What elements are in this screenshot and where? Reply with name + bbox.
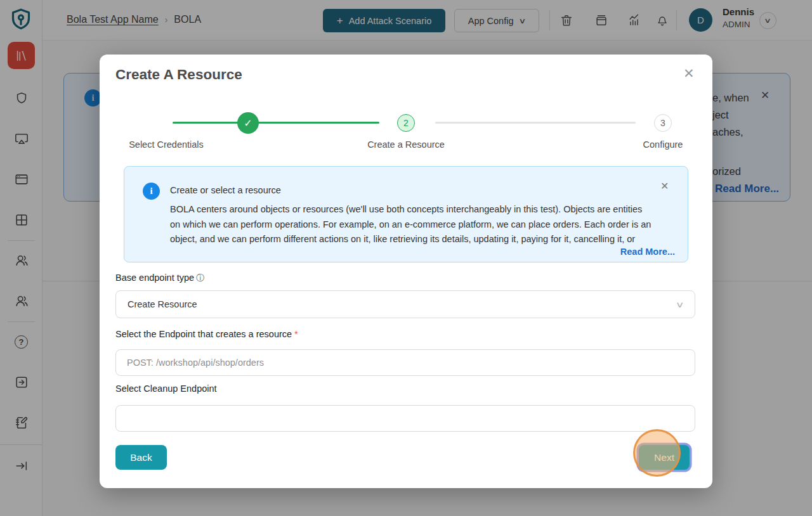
modal-title: Create A Resource	[115, 67, 242, 83]
create-endpoint-label: Select the Endpoint that creates a resou…	[115, 329, 298, 339]
selected-value: Create Resource	[128, 299, 677, 309]
create-resource-modal: Create A Resource ✕ ✓ 2 3 Select Credent…	[100, 55, 712, 488]
create-endpoint-input[interactable]	[115, 349, 695, 376]
modal-info-box: i Create or select a resource ✕ BOLA cen…	[124, 166, 688, 262]
app-screen: ? Bola Test App Name › BOLA + Add Attack…	[0, 0, 812, 516]
info-icon[interactable]: ⓘ	[196, 273, 204, 283]
step-2-circle: 2	[397, 114, 415, 132]
info-box-body: BOLA centers around objects or resources…	[170, 202, 655, 247]
step-3-circle: 3	[654, 114, 672, 132]
stepper-connector-complete	[173, 122, 379, 124]
stepper-connector-upcoming	[435, 122, 636, 124]
step-3-label: Configure	[599, 139, 726, 150]
cleanup-endpoint-label: Select Cleanup Endpoint	[115, 384, 217, 394]
close-icon[interactable]: ✕	[683, 66, 695, 81]
info-box-title: Create or select a resource	[170, 185, 281, 195]
base-endpoint-type-select[interactable]: Create Resource ∨	[115, 290, 695, 318]
step-1-label: Select Credentials	[103, 139, 230, 150]
read-more-link[interactable]: Read More...	[620, 247, 675, 257]
step-2-label: Create a Resource	[343, 139, 469, 150]
base-endpoint-type-label: Base endpoint typeⓘ	[115, 273, 204, 284]
info-icon: i	[143, 183, 160, 200]
step-1-circle: ✓	[237, 112, 259, 134]
close-icon[interactable]: ✕	[660, 180, 669, 192]
chevron-down-icon: ∨	[676, 300, 684, 309]
next-button[interactable]: Next	[639, 445, 690, 470]
check-icon: ✓	[244, 117, 252, 129]
required-mark: *	[294, 329, 298, 339]
cleanup-endpoint-input[interactable]	[115, 405, 695, 432]
back-button[interactable]: Back	[115, 445, 167, 470]
